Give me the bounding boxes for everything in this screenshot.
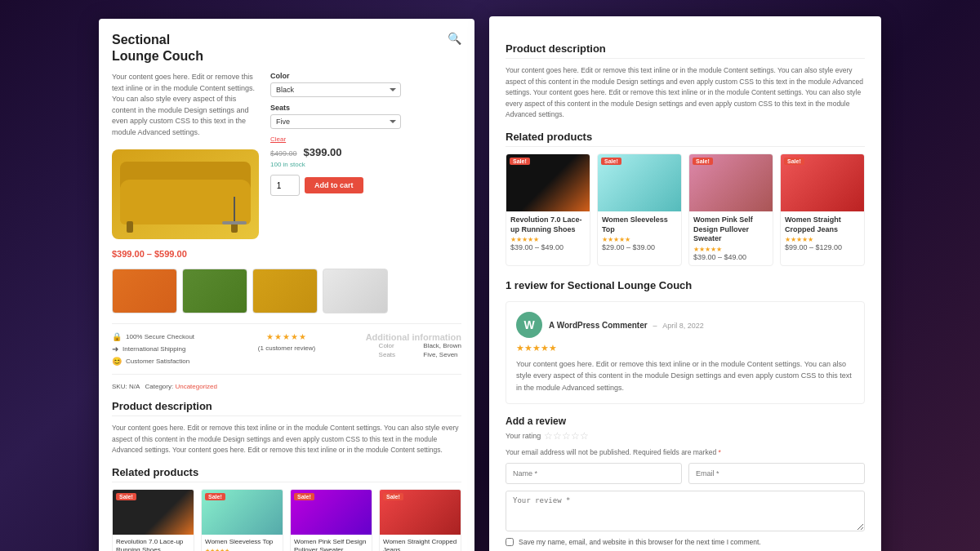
thumb-yellow[interactable] xyxy=(252,269,318,313)
feature-col-left: 🔒 100% Secure Checkout ➜ International S… xyxy=(112,332,224,366)
review-stars: ★★★★★ xyxy=(516,343,854,353)
required-note: Your email address will not be published… xyxy=(506,448,865,456)
thumbnail-row xyxy=(112,269,461,313)
qty-cart-row: Add to cart xyxy=(270,175,401,196)
feature-shipping-label: International Shipping xyxy=(122,345,185,353)
card-price: $29.00 – $39.00 xyxy=(602,243,677,251)
couch-leg-left xyxy=(127,221,133,233)
additional-col: Additional information Color Black, Brow… xyxy=(350,332,461,366)
review-header: 1 review for Sectional Lounge Couch xyxy=(506,279,865,291)
feature-satisfaction-label: Customer Satisfaction xyxy=(126,358,189,365)
meta-seats-value: Five, Seven xyxy=(423,351,461,358)
product-options: Color Black Brown Seats Five Seven Clear… xyxy=(270,72,401,259)
review-count: (1 customer review) xyxy=(258,344,315,352)
review-text: Your content goes here. Edit or remove t… xyxy=(516,358,854,393)
list-item: Sale! Women Sleeveless Top ★★★★★ $29.00 … xyxy=(201,489,283,551)
required-mark: * xyxy=(719,448,721,456)
review-textarea[interactable] xyxy=(506,491,865,531)
sale-badge: Sale! xyxy=(693,158,713,165)
avatar: W xyxy=(516,312,542,338)
card-title: Revolution 7.0 Lace-up Running Shoes xyxy=(116,538,190,551)
stars-col: ★★★★★ (1 customer review) xyxy=(230,332,342,366)
card-name: Women Straight Cropped Jeans xyxy=(785,216,860,234)
sale-badge: Sale! xyxy=(294,493,314,500)
product-desc-title: Product description xyxy=(112,400,461,416)
feature-secure-label: 100% Secure Checkout xyxy=(126,333,194,340)
thumb-green[interactable] xyxy=(182,269,247,313)
plant-stem xyxy=(234,197,235,221)
feature-shipping: ➜ International Shipping xyxy=(112,344,224,353)
price-old: $499.00 xyxy=(270,149,297,158)
reviewer-info: W A WordPress Commenter – April 8, 2022 xyxy=(516,312,854,338)
seats-select[interactable]: Five Seven xyxy=(270,114,401,129)
card-stars: ★★★★★ xyxy=(602,236,677,243)
quantity-input[interactable] xyxy=(270,175,300,196)
meta-seats-label: Seats xyxy=(379,351,417,358)
add-review-title: Add a review xyxy=(506,415,865,427)
thumb-orange[interactable] xyxy=(112,269,177,313)
add-to-cart-button[interactable]: Add to cart xyxy=(305,177,363,193)
list-item: Sale! Women Pink Self Design Pullover Sw… xyxy=(290,489,372,551)
thumb-img xyxy=(183,269,247,313)
save-checkbox[interactable] xyxy=(506,538,514,546)
color-label: Color xyxy=(270,72,401,80)
card-title: Women Pink Self Design Pullover Sweater xyxy=(294,538,368,551)
list-item: Sale! Women Pink Self Design Pullover Sw… xyxy=(688,153,773,266)
form-name-email-row xyxy=(506,463,865,484)
thumb-white[interactable] xyxy=(323,269,388,313)
card-name: Women Sleeveless Top xyxy=(602,216,677,234)
meta-color-label: Color xyxy=(379,342,417,349)
card-price: $99.00 – $129.00 xyxy=(785,243,860,251)
product-main: Your content goes here. Edit or remove t… xyxy=(112,72,461,259)
right-related-grid: Sale! Revolution 7.0 Lace-up Running Sho… xyxy=(506,153,865,266)
rating-row: Your rating ☆☆☆☆☆ xyxy=(506,430,865,442)
thumb-img xyxy=(253,269,317,313)
product-description: Your content goes here. Edit or remove t… xyxy=(112,72,259,138)
color-select[interactable]: Black Brown xyxy=(270,82,401,97)
card-stars: ★★★★★ xyxy=(510,236,586,243)
left-panel: Sectional Lounge Couch 🔍 Your content go… xyxy=(99,19,474,551)
review-date: April 8, 2022 xyxy=(662,322,704,330)
product-header: Sectional Lounge Couch 🔍 xyxy=(112,32,461,66)
sale-badge: Sale! xyxy=(784,158,804,165)
sale-badge: Sale! xyxy=(205,493,225,500)
right-product-desc-title: Product description xyxy=(506,42,865,59)
list-item: Sale! Women Sleeveless Top ★★★★★ $29.00 … xyxy=(597,153,682,266)
price-range: $399.00 – $599.00 xyxy=(112,249,259,259)
product-title: Sectional Lounge Couch xyxy=(112,32,203,66)
search-icon[interactable]: 🔍 xyxy=(448,32,461,45)
couch-legs xyxy=(127,221,238,233)
features-row: 🔒 100% Secure Checkout ➜ International S… xyxy=(112,323,461,375)
rating-stars[interactable]: ☆☆☆☆☆ xyxy=(544,430,589,442)
product-stars: ★★★★★ xyxy=(266,332,307,341)
feature-secure: 🔒 100% Secure Checkout xyxy=(112,332,224,341)
name-field[interactable] xyxy=(506,463,682,484)
feature-satisfaction: 😊 Customer Satisfaction xyxy=(112,357,224,366)
list-item: Sale! Women Straight Cropped Jeans ★★★★★… xyxy=(780,153,865,266)
table-top xyxy=(222,221,247,224)
review-card: W A WordPress Commenter – April 8, 2022 … xyxy=(506,301,865,404)
reviewer-name: A WordPress Commenter xyxy=(549,321,648,330)
email-field[interactable] xyxy=(688,463,865,484)
card-title: Women Sleeveless Top xyxy=(205,538,279,546)
sale-badge: Sale! xyxy=(383,493,403,500)
clear-link[interactable]: Clear xyxy=(270,136,401,143)
right-product-desc-body: Your content goes here. Edit or remove t… xyxy=(506,65,865,121)
card-name: Revolution 7.0 Lace-up Running Shoes xyxy=(510,216,586,234)
right-panel: Product description Your content goes he… xyxy=(489,16,881,551)
additional-label: Additional information xyxy=(366,332,461,342)
card-stars: ★★★★★ xyxy=(785,236,860,243)
lock-icon: 🔒 xyxy=(112,332,122,341)
rating-label: Your rating xyxy=(506,432,541,440)
meta-sku: SKU: N/A Category: Uncategorized xyxy=(112,383,217,390)
product-desc-body: Your content goes here. Edit or remove t… xyxy=(112,423,461,456)
right-related-title: Related products xyxy=(506,131,865,147)
table-plant xyxy=(222,197,247,224)
review-dash: – xyxy=(653,322,657,330)
review-section: 1 review for Sectional Lounge Couch W A … xyxy=(506,279,865,551)
card-price: $39.00 – $49.00 xyxy=(693,253,768,261)
card-title: Women Straight Cropped Jeans xyxy=(383,538,457,551)
sale-badge: Sale! xyxy=(510,158,530,165)
stock-info: 100 in stock xyxy=(270,161,401,168)
seats-label: Seats xyxy=(270,104,401,112)
